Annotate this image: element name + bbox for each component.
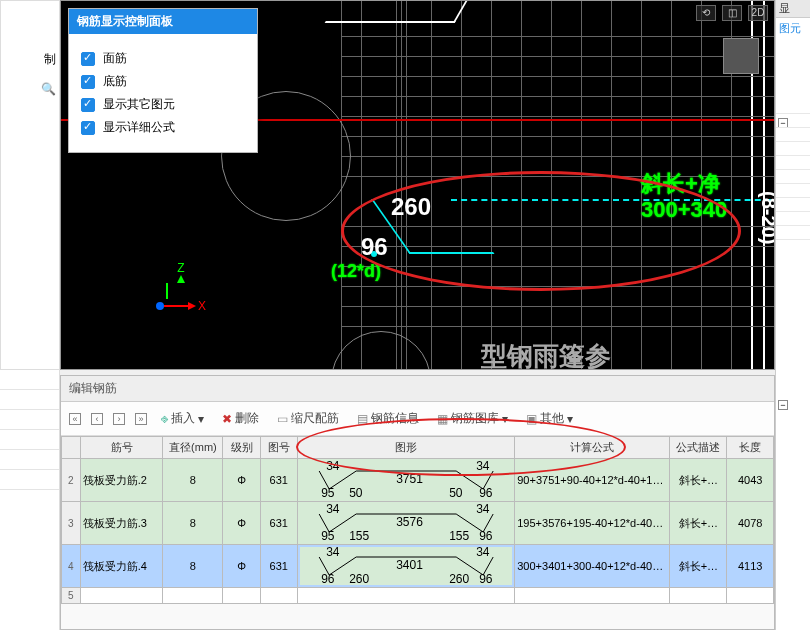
checkbox-icon[interactable]	[81, 121, 95, 135]
chevron-down-icon: ▾	[198, 412, 204, 426]
cell-fig[interactable]: 631	[260, 459, 297, 502]
editor-title: 编辑钢筋	[61, 376, 774, 402]
other-button[interactable]: ▣其他▾	[522, 408, 577, 429]
info-icon: ▤	[357, 412, 368, 426]
right-header: 显	[776, 0, 810, 18]
checkbox-top-rebar[interactable]: 面筋	[81, 50, 245, 67]
col-len[interactable]: 长度	[727, 437, 774, 459]
checkbox-bottom-rebar[interactable]: 底筋	[81, 73, 245, 90]
axis-indicator: Z X	[156, 261, 206, 313]
right-tab[interactable]: 图元	[776, 18, 810, 39]
svg-text:34: 34	[476, 547, 490, 559]
cell-id[interactable]: 筏板受力筋.4	[80, 545, 163, 588]
label-bottom: 型钢雨篷参	[481, 339, 611, 370]
insert-icon: ⎆	[161, 412, 168, 426]
cell-shape[interactable]: 349515535761559634	[297, 502, 514, 545]
table-row[interactable]: 4筏板受力筋.48Φ631349626034012609634300+3401+…	[62, 545, 774, 588]
svg-text:3401: 3401	[396, 558, 423, 572]
nav-prev-icon[interactable]: ‹	[91, 413, 103, 425]
svg-text:96: 96	[479, 486, 493, 499]
col-desc[interactable]: 公式描述	[670, 437, 727, 459]
svg-text:50: 50	[449, 486, 463, 499]
table-row-empty[interactable]: 5	[62, 588, 774, 604]
nav-last-icon[interactable]: »	[135, 413, 147, 425]
cell-id[interactable]: 筏板受力筋.3	[80, 502, 163, 545]
left-table-stub	[0, 370, 60, 630]
cell-desc[interactable]: 斜长+…	[670, 545, 727, 588]
cell-lvl[interactable]: Φ	[223, 545, 260, 588]
svg-text:95: 95	[321, 529, 335, 542]
svg-text:155: 155	[449, 529, 469, 542]
cell-id[interactable]: 筏板受力筋.2	[80, 459, 163, 502]
col-fig[interactable]: 图号	[260, 437, 297, 459]
search-icon[interactable]: 🔍	[41, 82, 56, 96]
cell-dia[interactable]: 8	[163, 502, 223, 545]
scale-button[interactable]: ▭缩尺配筋	[273, 408, 343, 429]
cell-lvl[interactable]: Φ	[223, 502, 260, 545]
cell-formula[interactable]: 300+3401+300-40+12*d-40+…	[515, 545, 670, 588]
chevron-down-icon: ▾	[502, 412, 508, 426]
checkbox-icon[interactable]	[81, 98, 95, 112]
col-formula[interactable]: 计算公式	[515, 437, 670, 459]
left-panel: 制 🔍	[0, 0, 60, 370]
row-num: 4	[62, 545, 81, 588]
svg-text:34: 34	[326, 504, 340, 516]
svg-text:96: 96	[321, 572, 335, 585]
svg-text:95: 95	[321, 486, 335, 499]
cell-len[interactable]: 4078	[727, 502, 774, 545]
library-button[interactable]: ▦钢筋图库▾	[433, 408, 512, 429]
mode-2d-button[interactable]: 2D	[748, 5, 768, 21]
cell-shape[interactable]: 349626034012609634	[297, 545, 514, 588]
nav-next-icon[interactable]: ›	[113, 413, 125, 425]
svg-text:34: 34	[326, 461, 340, 473]
col-lvl[interactable]: 级别	[223, 437, 260, 459]
checkbox-other-elements[interactable]: 显示其它图元	[81, 96, 245, 113]
col-shape[interactable]: 图形	[297, 437, 514, 459]
cell-lvl[interactable]: Φ	[223, 459, 260, 502]
svg-text:50: 50	[349, 486, 363, 499]
cell-dia[interactable]: 8	[163, 459, 223, 502]
annotation-ellipse	[341, 171, 741, 291]
svg-text:34: 34	[326, 547, 340, 559]
rebar-table[interactable]: 筋号 直径(mm) 级别 图号 图形 计算公式 公式描述 长度 2筏板受力筋.2…	[61, 436, 774, 604]
cell-len[interactable]: 4043	[727, 459, 774, 502]
svg-text:3576: 3576	[396, 515, 423, 529]
cell-len[interactable]: 4113	[727, 545, 774, 588]
svg-text:260: 260	[349, 572, 369, 585]
cell-formula[interactable]: 90+3751+90-40+12*d-40+12*d	[515, 459, 670, 502]
checkbox-icon[interactable]	[81, 75, 95, 89]
right-panel: 显 图元 − −	[775, 0, 810, 630]
svg-text:3751: 3751	[396, 472, 423, 486]
svg-text:34: 34	[476, 504, 490, 516]
table-row[interactable]: 2筏板受力筋.28Φ631349550375150963490+3751+90-…	[62, 459, 774, 502]
cell-formula[interactable]: 195+3576+195-40+12*d-40+…	[515, 502, 670, 545]
checkbox-detail-formula[interactable]: 显示详细公式	[81, 119, 245, 136]
col-id[interactable]: 筋号	[80, 437, 163, 459]
rebar-display-panel[interactable]: 钢筋显示控制面板 面筋 底筋 显示其它图元 显示详细公式	[68, 8, 258, 153]
orbit-icon[interactable]: ⟲	[696, 5, 716, 21]
cell-dia[interactable]: 8	[163, 545, 223, 588]
row-num: 2	[62, 459, 81, 502]
delete-icon: ✖	[222, 412, 232, 426]
editor-toolbar: « ‹ › » ⎆插入▾ ✖删除 ▭缩尺配筋 ▤钢筋信息 ▦钢筋图库▾ ▣其他▾	[61, 402, 774, 436]
delete-button[interactable]: ✖删除	[218, 408, 263, 429]
col-dia[interactable]: 直径(mm)	[163, 437, 223, 459]
cell-fig[interactable]: 631	[260, 502, 297, 545]
insert-button[interactable]: ⎆插入▾	[157, 408, 208, 429]
view-cube[interactable]	[716, 31, 766, 81]
table-row[interactable]: 3筏板受力筋.38Φ631349515535761559634195+3576+…	[62, 502, 774, 545]
nav-first-icon[interactable]: «	[69, 413, 81, 425]
info-button[interactable]: ▤钢筋信息	[353, 408, 423, 429]
svg-text:96: 96	[479, 572, 493, 585]
collapse-icon[interactable]: −	[778, 400, 788, 410]
view-icon[interactable]: ◫	[722, 5, 742, 21]
cell-shape[interactable]: 3495503751509634	[297, 459, 514, 502]
row-num: 3	[62, 502, 81, 545]
right-grid	[776, 100, 810, 400]
panel-title: 钢筋显示控制面板	[69, 9, 257, 34]
svg-text:34: 34	[476, 461, 490, 473]
cell-desc[interactable]: 斜长+…	[670, 459, 727, 502]
cell-desc[interactable]: 斜长+…	[670, 502, 727, 545]
cell-fig[interactable]: 631	[260, 545, 297, 588]
checkbox-icon[interactable]	[81, 52, 95, 66]
